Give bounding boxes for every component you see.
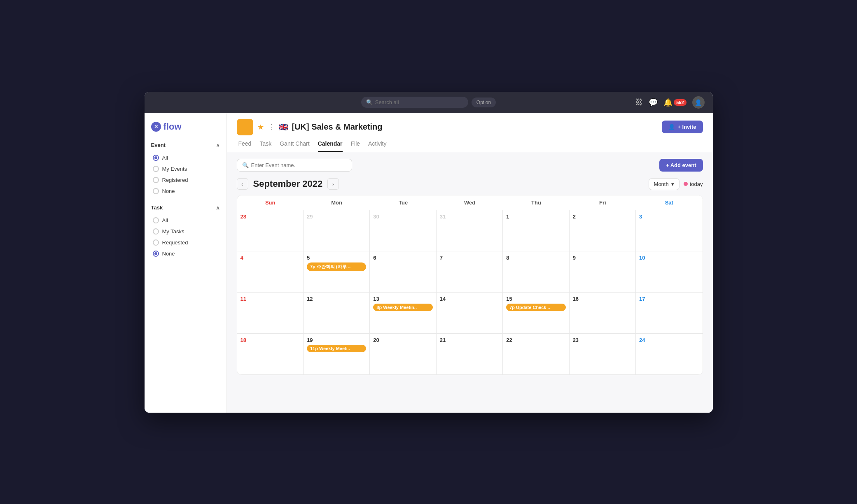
cal-cell[interactable]: 3 <box>636 210 702 251</box>
add-event-button[interactable]: + Add event <box>659 159 703 172</box>
task-mytasks-label: My Tasks <box>162 228 184 235</box>
avatar[interactable]: 👤 <box>692 96 705 109</box>
day-number: 14 <box>440 296 499 302</box>
cal-cell[interactable]: 138p Weekly Meetin.. <box>370 293 436 334</box>
task-collapse-btn[interactable]: ∧ <box>216 204 220 211</box>
task-none-label: None <box>162 251 175 257</box>
cal-cell[interactable]: 31 <box>437 210 503 251</box>
calendar-area: 🔍 + Add event ‹ September 2022 › Month ▾ <box>227 152 713 413</box>
star-icon[interactable]: ★ <box>257 123 264 132</box>
header-sun: Sun <box>237 195 304 210</box>
event-search-input[interactable] <box>251 162 342 168</box>
cal-cell[interactable]: 1 <box>503 210 569 251</box>
cal-cell[interactable]: 14 <box>437 293 503 334</box>
event-registered-label: Registered <box>162 177 188 183</box>
topbar-right: ⛓ 💬 🔔 552 👤 <box>635 96 704 109</box>
cal-cell[interactable]: 21 <box>437 334 503 375</box>
content-area: ★ ⋮ 🇬🇧 [UK] Sales & Marketing 👤 + Invite… <box>227 113 713 413</box>
event-registered-item[interactable]: Registered <box>151 175 220 185</box>
network-icon[interactable]: ⛓ <box>635 98 643 107</box>
cal-cell[interactable]: 6 <box>370 251 436 293</box>
cal-cell[interactable]: 57p 주간회의 (하루 ... <box>304 251 370 293</box>
search-input[interactable] <box>375 99 441 105</box>
cal-cell[interactable]: 8 <box>503 251 569 293</box>
more-icon[interactable]: ⋮ <box>268 123 275 131</box>
event-none-item[interactable]: None <box>151 186 220 196</box>
day-number: 17 <box>639 296 699 302</box>
chat-icon[interactable]: 💬 <box>649 98 658 107</box>
view-select-label: Month <box>654 181 669 187</box>
day-number: 3 <box>639 214 699 220</box>
cal-cell[interactable]: 10 <box>636 251 702 293</box>
logo: ✕ flow <box>151 121 220 132</box>
task-requested-item[interactable]: Requested <box>151 237 220 248</box>
event-collapse-btn[interactable]: ∧ <box>216 142 220 149</box>
next-month-button[interactable]: › <box>327 178 339 190</box>
header-mon: Mon <box>304 195 370 210</box>
task-requested-radio <box>153 239 159 246</box>
cal-cell[interactable]: 20 <box>370 334 436 375</box>
day-number: 13 <box>373 296 432 302</box>
event-search-box[interactable]: 🔍 <box>237 159 352 172</box>
day-number: 12 <box>307 296 366 302</box>
day-number: 23 <box>573 337 632 343</box>
day-number: 31 <box>440 214 499 220</box>
tab-task[interactable]: Task <box>259 140 271 152</box>
tab-activity[interactable]: Activity <box>368 140 386 152</box>
event-chip[interactable]: 8p Weekly Meetin.. <box>373 304 432 311</box>
event-chip[interactable]: 11p Weekly Meeti.. <box>307 345 366 352</box>
option-button[interactable]: Option <box>472 98 496 107</box>
cal-cell[interactable]: 12 <box>304 293 370 334</box>
cal-cell[interactable]: 157p Update Check .. <box>503 293 569 334</box>
header-tue: Tue <box>370 195 436 210</box>
invite-button[interactable]: 👤 + Invite <box>662 121 703 133</box>
tab-calendar[interactable]: Calendar <box>318 140 343 152</box>
cal-cell[interactable]: 2 <box>570 210 636 251</box>
tab-feed[interactable]: Feed <box>238 140 252 152</box>
task-none-item[interactable]: None <box>151 249 220 259</box>
event-chip[interactable]: 7p 주간회의 (하루 ... <box>307 262 366 271</box>
event-myevents-radio <box>153 166 159 172</box>
event-chip[interactable]: 7p Update Check .. <box>506 304 565 311</box>
cal-cell[interactable]: 22 <box>503 334 569 375</box>
logo-text: flow <box>163 121 182 132</box>
cal-cell[interactable]: 18 <box>237 334 304 375</box>
tab-file[interactable]: File <box>351 140 360 152</box>
project-flag: 🇬🇧 <box>279 123 288 132</box>
day-number: 11 <box>241 296 300 302</box>
cal-cell[interactable]: 28 <box>237 210 304 251</box>
event-registered-radio <box>153 177 159 183</box>
cal-cell[interactable]: 9 <box>570 251 636 293</box>
day-number: 29 <box>307 214 366 220</box>
invite-icon: 👤 <box>668 124 675 130</box>
cal-cell[interactable]: 17 <box>636 293 702 334</box>
tab-gantt[interactable]: Gantt Chart <box>280 140 309 152</box>
task-all-radio <box>153 217 159 223</box>
notification-wrapper[interactable]: 🔔 552 <box>663 98 686 107</box>
cal-cell[interactable]: 16 <box>570 293 636 334</box>
event-myevents-item[interactable]: My Events <box>151 164 220 174</box>
cal-cell[interactable]: 30 <box>370 210 436 251</box>
prev-month-button[interactable]: ‹ <box>237 178 248 190</box>
cal-cell[interactable]: 11 <box>237 293 304 334</box>
today-button[interactable]: today <box>684 181 703 187</box>
event-all-item[interactable]: All <box>151 153 220 163</box>
view-select[interactable]: Month ▾ <box>649 178 680 190</box>
task-mytasks-item[interactable]: My Tasks <box>151 226 220 237</box>
logo-icon: ✕ <box>151 122 161 132</box>
cal-cell[interactable]: 7 <box>437 251 503 293</box>
cal-cell[interactable]: 23 <box>570 334 636 375</box>
task-all-item[interactable]: All <box>151 215 220 225</box>
day-number: 1 <box>506 214 565 220</box>
project-name: [UK] Sales & Marketing <box>292 122 383 132</box>
task-section-title: Task ∧ <box>151 204 220 211</box>
day-number: 15 <box>506 296 565 302</box>
cal-cell[interactable]: 29 <box>304 210 370 251</box>
search-box[interactable]: 🔍 <box>361 97 468 108</box>
cal-cell[interactable]: 24 <box>636 334 702 375</box>
cal-cell[interactable]: 4 <box>237 251 304 293</box>
cal-cell[interactable]: 1911p Weekly Meeti.. <box>304 334 370 375</box>
calendar-body: 28293031123457p 주간회의 (하루 ...678910111213… <box>237 210 703 375</box>
task-requested-label: Requested <box>162 239 188 246</box>
calendar-toolbar: 🔍 + Add event <box>237 159 703 172</box>
